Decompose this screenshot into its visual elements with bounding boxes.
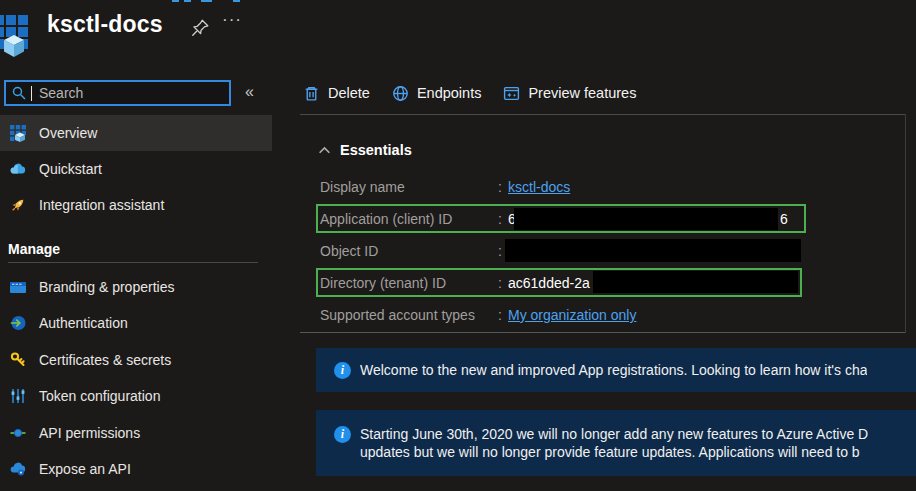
separator: :: [498, 179, 502, 195]
cloud-icon: [8, 160, 28, 178]
globe-icon: [392, 85, 409, 102]
sidebar-item-label: Branding & properties: [39, 279, 174, 295]
tenant-id-prefix: ac61dded-2a: [508, 275, 590, 291]
top-edge-fragment: [233, 0, 240, 2]
info-banner-adal-deprecation: i Starting June 30th, 2020 we will no lo…: [316, 410, 916, 476]
sliders-icon: [8, 387, 28, 405]
app-grid-cube-icon: [8, 124, 28, 142]
search-icon: [12, 86, 26, 100]
sidebar-item-label: Quickstart: [39, 161, 102, 177]
client-id-suffix: 6: [780, 211, 788, 227]
sidebar-item-label: Integration assistant: [39, 197, 164, 213]
top-edge-fragment: [201, 0, 212, 2]
object-id-redaction: [505, 239, 801, 262]
field-label-object-id: Object ID: [320, 243, 378, 259]
rocket-icon: [8, 196, 28, 214]
endpoints-button[interactable]: Endpoints: [392, 85, 482, 102]
sidebar-item-expose-an-api[interactable]: Expose an API: [0, 451, 272, 487]
top-edge-fragment: [172, 0, 179, 2]
tenant-id-redaction: [593, 271, 798, 293]
banner-text-line: Welcome to the new and improved App regi…: [360, 348, 867, 392]
separator: :: [498, 275, 502, 291]
separator: :: [498, 307, 502, 323]
separator: :: [498, 211, 502, 227]
trash-icon: [303, 85, 320, 102]
banner-text-line: updates but we will no longer provide fe…: [360, 443, 868, 461]
app-registration-overview-page: { "header": { "title": "ksctl-docs", "mo…: [0, 0, 916, 491]
search-input[interactable]: [32, 85, 229, 101]
api-plug-icon: [8, 424, 28, 442]
essentials-bottom-divider: [300, 332, 905, 333]
info-icon: i: [334, 426, 351, 443]
top-edge-fragment: [184, 0, 191, 2]
collapse-sidebar-button[interactable]: «: [245, 83, 254, 101]
field-label-supported-account-types: Supported account types: [320, 307, 475, 323]
app-registration-icon: [0, 13, 38, 57]
sidebar-item-label: Authentication: [39, 315, 128, 331]
sidebar-item-token-configuration[interactable]: Token configuration: [0, 378, 272, 414]
sidebar-item-label: API permissions: [39, 425, 140, 441]
separator: :: [498, 243, 502, 259]
command-bar: Delete Endpoints Preview features: [303, 81, 636, 105]
sidebar-item-label: Expose an API: [39, 461, 131, 477]
sidebar-search: [4, 80, 231, 106]
panel-right-border: [905, 114, 906, 333]
sidebar-item-label: Token configuration: [39, 388, 160, 404]
field-label-application-client-id: Application (client) ID: [320, 211, 452, 227]
section-divider: [8, 262, 258, 263]
sidebar-item-branding-properties[interactable]: Branding & properties: [0, 269, 272, 305]
field-label-directory-tenant-id: Directory (tenant) ID: [320, 275, 446, 291]
info-icon: i: [334, 362, 351, 379]
sidebar-item-authentication[interactable]: Authentication: [0, 305, 272, 341]
supported-account-types-link[interactable]: My organization only: [508, 307, 636, 323]
chevron-up-icon: [318, 145, 331, 155]
field-label-display-name: Display name: [320, 179, 405, 195]
sidebar-item-api-permissions[interactable]: API permissions: [0, 415, 272, 451]
info-banner-app-registrations: i Welcome to the new and improved App re…: [316, 348, 916, 392]
key-icon: [8, 351, 28, 369]
sign-in-arrow-icon: [8, 314, 28, 332]
essentials-collapse-header[interactable]: Essentials: [318, 142, 412, 158]
sidebar-item-label: Certificates & secrets: [39, 352, 171, 368]
sidebar-item-integration-assistant[interactable]: Integration assistant: [0, 187, 272, 223]
toolbar-divider: [300, 114, 905, 115]
display-name-link[interactable]: ksctl-docs: [508, 179, 570, 195]
essentials-title: Essentials: [340, 142, 412, 158]
sidebar-item-label: Overview: [39, 125, 97, 141]
client-id-redaction: [514, 208, 778, 230]
browser-window-icon: [8, 278, 28, 296]
sidebar-item-quickstart[interactable]: Quickstart: [0, 151, 272, 187]
delete-button[interactable]: Delete: [303, 85, 370, 102]
sidebar-item-certificates-secrets[interactable]: Certificates & secrets: [0, 342, 272, 378]
page-title: ksctl-docs: [47, 11, 163, 38]
more-options-icon[interactable]: ···: [222, 10, 242, 30]
pin-icon[interactable]: [188, 17, 212, 41]
sidebar-item-overview[interactable]: Overview: [0, 115, 272, 151]
preview-features-button[interactable]: Preview features: [503, 85, 636, 102]
cloud-gear-icon: [8, 460, 28, 478]
window-sparkle-icon: [503, 85, 520, 102]
banner-text-line: Starting June 30th, 2020 we will no long…: [360, 425, 868, 443]
sidebar-section-manage: Manage: [8, 241, 60, 257]
